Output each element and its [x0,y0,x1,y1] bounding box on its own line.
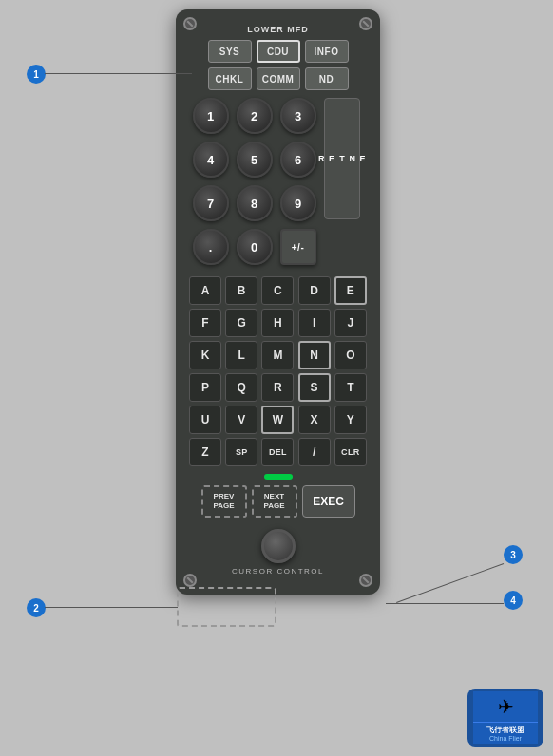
annotation-line-1 [45,73,192,74]
key-2[interactable]: 2 [237,98,273,134]
key-3[interactable]: 3 [280,98,316,134]
key-7[interactable]: 7 [193,185,229,221]
action-row: PREV PAGE NEXT PAGE EXEC [201,485,355,518]
key-a[interactable]: A [189,276,221,305]
watermark-text1: 飞行者联盟 [473,725,538,735]
key-q[interactable]: Q [225,373,257,402]
key-d[interactable]: D [298,276,331,305]
screw-tr [359,17,372,30]
key-y[interactable]: Y [334,406,367,434]
numeric-keypad: 1 2 3 ENTER 4 5 6 7 8 9 . 0 +/- [189,98,367,269]
cdu-panel: LOWER MFD SYS CDU INFO CHKL COMM ND 1 2 … [176,9,380,595]
key-k[interactable]: K [189,341,221,369]
enter-button[interactable]: ENTER [324,98,360,219]
key-b[interactable]: B [225,276,257,305]
cursor-knob[interactable] [261,529,296,563]
key-i[interactable]: I [298,309,331,337]
key-p[interactable]: P [189,373,221,402]
key-0[interactable]: 0 [237,229,273,265]
key-plusminus[interactable]: +/- [280,229,316,265]
bottom-section: PREV PAGE NEXT PAGE EXEC [189,474,367,518]
next-page-button[interactable]: NEXT PAGE [252,485,297,518]
comm-button[interactable]: COMM [257,67,300,90]
key-l[interactable]: L [225,341,257,369]
watermark: ✈ 飞行者联盟 China Flier [467,689,543,747]
key-f[interactable]: F [189,309,221,337]
screw-bl [183,574,197,587]
info-button[interactable]: INFO [305,40,349,63]
badge-4: 4 [504,591,523,610]
key-sp[interactable]: SP [225,438,257,466]
alpha-keypad: A B C D E F G H I J K L M N O P Q R S T … [189,276,367,466]
watermark-text2: China Flier [473,735,538,742]
key-x[interactable]: X [298,406,331,434]
key-j[interactable]: J [334,309,367,337]
key-s[interactable]: S [298,373,331,402]
annotation-line-3 [396,563,504,603]
key-o[interactable]: O [334,341,367,369]
key-h[interactable]: H [261,309,294,337]
key-clr[interactable]: CLR [334,438,367,466]
key-n[interactable]: N [298,341,331,369]
key-slash[interactable]: / [298,438,331,466]
lower-mfd-label: LOWER MFD [189,25,367,34]
key-8[interactable]: 8 [237,185,273,221]
screw-tl [183,17,197,30]
cdu-button[interactable]: CDU [257,40,300,63]
annotation-line-4 [386,603,504,604]
key-w[interactable]: W [261,406,294,434]
nd-button[interactable]: ND [305,67,349,90]
key-dot[interactable]: . [193,229,229,265]
badge-2: 2 [27,598,46,617]
key-u[interactable]: U [189,406,221,434]
key-del[interactable]: DEL [261,438,294,466]
key-5[interactable]: 5 [237,142,273,178]
exec-indicator [264,474,293,480]
key-4[interactable]: 4 [193,142,229,178]
exec-button[interactable]: EXEC [302,485,355,518]
cursor-label: CURSOR CONTROL [232,567,324,576]
key-9[interactable]: 9 [280,185,316,221]
airplane-icon: ✈ [498,695,514,718]
key-t[interactable]: T [334,373,367,402]
badge-3: 3 [504,545,523,564]
key-v[interactable]: V [225,406,257,434]
mode-row-2: CHKL COMM ND [189,67,367,90]
cursor-section: CURSOR CONTROL [189,529,367,576]
key-r[interactable]: R [261,373,294,402]
key-z[interactable]: Z [189,438,221,466]
mode-row-1: SYS CDU INFO [189,40,367,63]
key-6[interactable]: 6 [280,142,316,178]
screw-br [359,574,372,587]
sys-button[interactable]: SYS [208,40,252,63]
prev-page-button[interactable]: PREV PAGE [201,485,247,518]
chkl-button[interactable]: CHKL [208,67,252,90]
key-m[interactable]: M [261,341,294,369]
key-c[interactable]: C [261,276,294,305]
key-g[interactable]: G [225,309,257,337]
badge-1: 1 [27,65,46,84]
key-1[interactable]: 1 [193,98,229,134]
key-e[interactable]: E [334,276,367,305]
annotation-line-2 [45,607,178,608]
